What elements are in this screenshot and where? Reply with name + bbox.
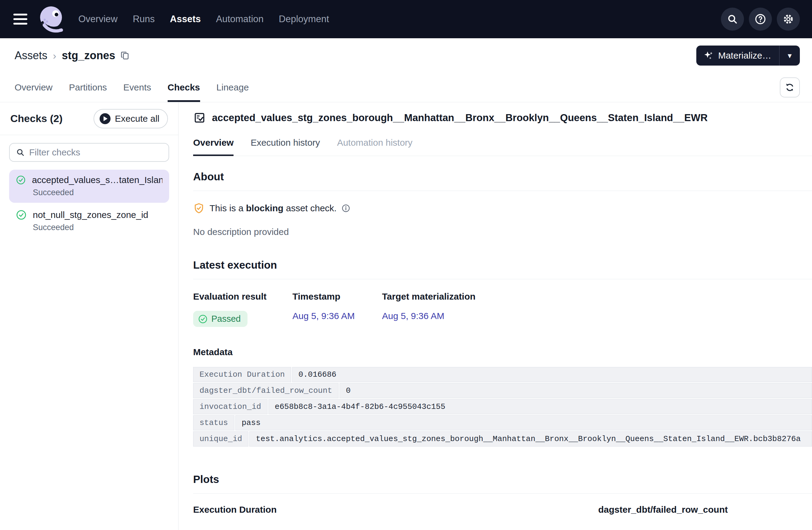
tab-checks[interactable]: Checks [168, 73, 200, 102]
filter-checks-box [9, 143, 169, 162]
hamburger-menu-icon[interactable] [13, 14, 29, 25]
dagster-app: Overview Runs Assets Automation Deployme… [0, 0, 812, 530]
table-row: invocation_id e658b8c8-3a1a-4b4f-82b6-4c… [193, 399, 812, 414]
breadcrumb-assets-link[interactable]: Assets [15, 49, 47, 62]
chart-execution-duration: Execution Duration 0.0174 [193, 504, 586, 530]
nav-runs[interactable]: Runs [133, 14, 155, 25]
materialize-dropdown-button[interactable]: ▾ [779, 46, 800, 65]
top-nav: Overview Runs Assets Automation Deployme… [0, 0, 812, 38]
help-button[interactable] [749, 8, 772, 31]
check-status: Succeeded [33, 188, 162, 197]
blocking-text: This is a blocking asset check. [209, 203, 336, 214]
table-row: Execution Duration 0.016686 [193, 367, 812, 382]
nav-automation[interactable]: Automation [216, 14, 264, 25]
check-circle-icon [198, 314, 208, 324]
page-title: stg_zones [62, 49, 115, 62]
dagster-logo[interactable] [37, 4, 66, 34]
settings-button[interactable] [777, 8, 800, 31]
table-row: dagster_dbt/failed_row_count 0 [193, 383, 812, 398]
nav-assets[interactable]: Assets [170, 14, 201, 25]
info-icon[interactable] [341, 204, 350, 213]
chart-title: Execution Duration [193, 504, 586, 515]
nav-deployment[interactable]: Deployment [279, 14, 329, 25]
execute-all-button[interactable]: Execute all [93, 109, 168, 128]
metadata-key: unique_id [193, 431, 248, 446]
about-heading: About [193, 171, 812, 183]
check-title: accepted_values_stg_zones_borough__Manha… [212, 112, 708, 123]
check-tab-overview[interactable]: Overview [193, 137, 233, 156]
table-row: unique_id test.analytics.accepted_values… [193, 431, 812, 446]
filter-checks-input[interactable] [29, 147, 162, 158]
chart-failed-row-count: dagster_dbt/failed_row_count 1.0 0.6 [598, 504, 808, 530]
metadata-value: 0.016686 [292, 367, 812, 382]
tab-partitions[interactable]: Partitions [69, 73, 107, 102]
no-description-text: No description provided [193, 227, 812, 237]
chart-title: dagster_dbt/failed_row_count [598, 504, 808, 515]
divider [193, 191, 812, 191]
play-icon [100, 113, 111, 124]
tab-events[interactable]: Events [123, 73, 151, 102]
check-list-item-not-null[interactable]: not_null_stg_zones_zone_id Succeeded [9, 205, 169, 238]
plots-heading: Plots [193, 473, 812, 485]
copy-icon[interactable] [120, 50, 130, 61]
gear-icon [782, 13, 794, 25]
materialize-label: Materialize… [718, 50, 771, 61]
metadata-key: status [193, 415, 234, 430]
metadata-value: 0 [339, 383, 812, 398]
divider [193, 279, 812, 279]
nav-overview[interactable]: Overview [78, 14, 117, 25]
check-tab-execution-history[interactable]: Execution history [250, 137, 320, 156]
check-tab-automation-history: Automation history [337, 137, 412, 156]
check-circle-icon [16, 209, 27, 220]
target-materialization-header: Target materialization [382, 291, 476, 302]
timestamp-header: Timestamp [292, 291, 382, 302]
metadata-value: pass [235, 415, 812, 430]
tab-overview[interactable]: Overview [15, 73, 53, 102]
materialize-split-button: Materialize… ▾ [696, 46, 800, 65]
sparkle-icon [703, 50, 714, 61]
refresh-icon [784, 82, 795, 93]
nav-actions [721, 8, 800, 31]
execute-all-label: Execute all [115, 114, 159, 124]
check-status: Succeeded [33, 223, 162, 232]
checklist-icon [193, 112, 206, 124]
check-detail-panel: accepted_values_stg_zones_borough__Manha… [178, 102, 812, 530]
metadata-key: dagster_dbt/failed_row_count [193, 383, 338, 398]
materialize-button[interactable]: Materialize… [696, 46, 779, 65]
chevron-down-icon: ▾ [788, 51, 792, 60]
timestamp-link[interactable]: Aug 5, 9:36 AM [292, 311, 355, 321]
filter-search-icon [16, 148, 25, 157]
checks-sidebar: Checks (2) Execute all [0, 102, 178, 530]
metadata-value: e658b8c8-3a1a-4b4f-82b6-4c955043c155 [269, 399, 812, 414]
metadata-heading: Metadata [193, 347, 812, 357]
check-name: accepted_values_s…taten_Island_ [32, 175, 162, 185]
primary-nav: Overview Runs Assets Automation Deployme… [78, 14, 329, 25]
metadata-key: Execution Duration [193, 367, 291, 382]
shield-check-icon [193, 203, 205, 214]
metadata-value: test.analytics.accepted_values_stg_zones… [249, 431, 812, 446]
tab-lineage[interactable]: Lineage [217, 73, 249, 102]
check-name: not_null_stg_zones_zone_id [33, 210, 148, 220]
divider [193, 493, 812, 494]
checks-count-heading: Checks (2) [10, 113, 62, 124]
breadcrumb: Assets › stg_zones Materialize… ▾ [0, 38, 812, 73]
check-circle-icon [16, 175, 26, 186]
asset-tabs-row: Overview Partitions Events Checks Lineag… [0, 73, 812, 102]
latest-execution-heading: Latest execution [193, 259, 812, 271]
metadata-key: invocation_id [193, 399, 267, 414]
target-materialization-link[interactable]: Aug 5, 9:36 AM [382, 311, 444, 321]
evaluation-result-header: Evaluation result [193, 291, 292, 302]
metadata-table: Execution Duration 0.016686 dagster_dbt/… [193, 367, 812, 446]
breadcrumb-chevron-icon: › [53, 50, 56, 62]
check-list-item-accepted-values[interactable]: accepted_values_s…taten_Island_ Succeede… [9, 170, 169, 203]
help-icon [754, 13, 766, 25]
search-icon [727, 13, 738, 25]
refresh-button[interactable] [780, 77, 800, 98]
search-button[interactable] [721, 8, 744, 31]
table-row: status pass [193, 415, 812, 430]
status-badge: Passed [193, 311, 247, 327]
